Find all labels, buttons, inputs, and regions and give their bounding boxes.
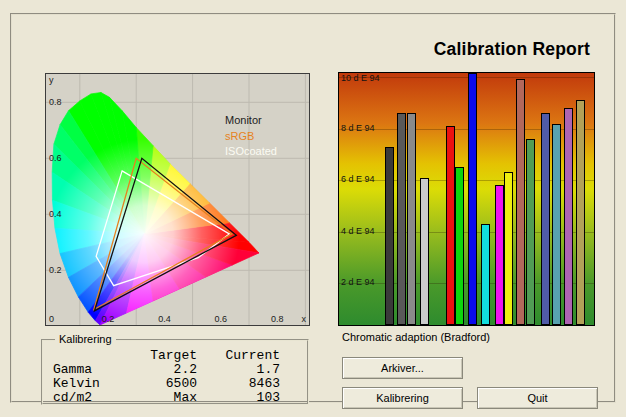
y-tick-label: 6 d E 94 [341,174,375,184]
page-title: Calibration Report [434,39,590,60]
table-cell: Target [113,349,197,363]
table-cell: 6500 [113,377,197,391]
bar [564,108,573,325]
table-row: cd/m2Max103 [53,391,280,405]
legend-isocoated: ISOcoated [225,145,277,157]
bar [552,124,561,325]
tick-label: 0.4 [158,314,171,324]
calibration-groupbox: Kalibrering TargetCurrentGamma2.21.7Kelv… [41,339,309,405]
delta-e-bar-chart: 2 d E 944 d E 946 d E 948 d E 9410 d E 9… [338,72,595,326]
bar [446,126,455,325]
table-cell: 8463 [197,377,280,391]
tick-label: 0.2 [49,265,62,275]
legend-srgb: sRGB [225,130,254,142]
chart-caption: Chromatic adaption (Bradford) [342,331,490,343]
table-row: Gamma2.21.7 [53,363,280,377]
y-tick-label: 4 d E 94 [341,226,375,236]
report-frame: Calibration Report y0.20.40.60.800.20.40… [10,13,616,403]
calibration-report-window: Calibration Report y0.20.40.60.800.20.40… [0,0,626,417]
table-cell: 103 [197,391,280,405]
table-cell: Kelvin [53,377,113,391]
cie-chromaticity-diagram: y0.20.40.60.800.20.40.60.8xMonitorsRGBIS… [45,73,310,326]
table-cell: 1.7 [197,363,280,377]
calibrate-button[interactable]: Kalibrering [342,387,463,409]
bar [495,185,504,325]
tick-label: 0.4 [49,209,62,219]
bar [481,224,490,325]
tick-label: 0.8 [49,97,62,107]
table-header-row: TargetCurrent [53,349,280,363]
table-cell: cd/m2 [53,391,113,405]
table-cell: Gamma [53,363,113,377]
table-cell: Max [113,391,197,405]
archive-button[interactable]: Arkiver... [342,357,463,379]
tick-label: y [49,75,54,85]
bar [420,178,429,325]
table-cell: 2.2 [113,363,197,377]
y-tick-label: 10 d E 94 [341,73,380,83]
calibration-table: TargetCurrentGamma2.21.7Kelvin65008463cd… [53,349,280,405]
tick-label: 0.8 [271,314,284,324]
y-tick-label: 2 d E 94 [341,277,375,287]
bar [541,113,550,325]
tick-label: 0.6 [215,314,228,324]
groupbox-title: Kalibrering [55,333,116,345]
bar [468,73,477,325]
table-cell: Current [197,349,280,363]
bar [576,100,585,325]
cie-svg: y0.20.40.60.800.20.40.60.8xMonitorsRGBIS… [46,74,309,325]
y-tick-label: 8 d E 94 [341,123,375,133]
bar [407,113,416,325]
bar [526,139,535,325]
table-cell [53,349,113,363]
bar [385,147,394,325]
tick-label: 0.2 [102,314,115,324]
bar [516,79,525,325]
tick-label: 0.6 [49,153,62,163]
window-titlebar-fragment[interactable] [0,0,626,7]
tick-label: 0 [49,314,54,324]
bar [397,113,406,325]
tick-label: x [302,314,307,324]
legend-monitor: Monitor [225,114,262,126]
bar [504,172,513,325]
quit-button[interactable]: Quit [477,387,598,409]
table-row: Kelvin65008463 [53,377,280,391]
bar [455,167,464,325]
